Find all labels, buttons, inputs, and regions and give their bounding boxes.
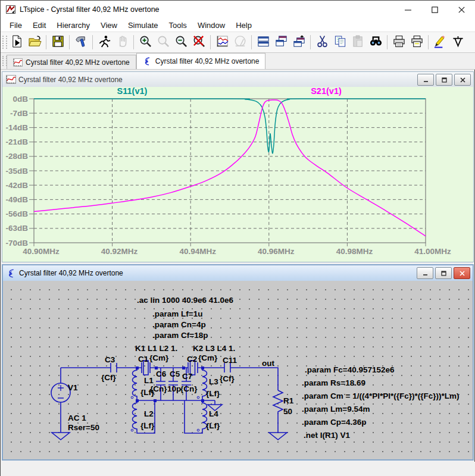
toolbar-separator <box>387 35 388 49</box>
label-net-button[interactable] <box>431 34 449 51</box>
print-button[interactable] <box>390 34 408 51</box>
print-preview-icon <box>410 35 424 51</box>
paste-icon <box>351 35 365 51</box>
menu-tools[interactable]: Tools <box>164 20 192 31</box>
toolbar-separator <box>92 35 93 49</box>
zoom-full-extents-button[interactable] <box>190 34 208 51</box>
waveform-tab-icon <box>13 58 23 67</box>
autorange-button <box>231 34 249 51</box>
schematic-canvas[interactable] <box>3 281 473 459</box>
tab-waveform[interactable]: Cyrstal filter 40,92 MHz overtone <box>7 55 136 69</box>
plot-maximize-button[interactable] <box>436 74 452 86</box>
zoom-back-button <box>154 34 172 51</box>
ground-icon <box>451 35 465 51</box>
zoom-out-button[interactable] <box>172 34 190 51</box>
plot-close-button[interactable] <box>454 74 471 86</box>
label-net-icon <box>433 35 447 51</box>
tab-waveform-label: Cyrstal filter 40,92 MHz overtone <box>26 58 130 67</box>
toolbar-separator <box>210 35 211 49</box>
cut-button[interactable] <box>313 34 331 51</box>
zoom-full-extents-icon <box>192 35 206 51</box>
cascade-windows-button[interactable] <box>272 34 290 51</box>
schematic-close-button[interactable] <box>454 267 470 279</box>
tile-windows-button[interactable] <box>254 34 272 51</box>
open-file-icon <box>28 35 42 51</box>
mdi-background <box>1 462 475 476</box>
menu-edit[interactable]: Edit <box>27 20 51 31</box>
schematic-window-icon <box>7 269 17 278</box>
schematic-maximize-button[interactable] <box>435 267 452 279</box>
menu-simulate[interactable]: Simulate <box>123 20 164 31</box>
zoom-out-icon <box>174 35 188 51</box>
new-schematic-icon <box>10 35 24 51</box>
plot-minimize-button[interactable] <box>417 74 434 86</box>
toolbar <box>1 32 475 53</box>
find-icon <box>369 35 383 51</box>
copy-button[interactable] <box>331 34 349 51</box>
toolbar-separator <box>428 35 429 49</box>
save-button[interactable] <box>49 34 67 51</box>
ltspice-main-window: LTspice - Cyrstal filter 40,92 MHz overt… <box>0 0 475 476</box>
close-button[interactable] <box>448 1 475 18</box>
print-icon <box>392 35 406 51</box>
menu-help[interactable]: Help <box>230 20 257 31</box>
close-icon <box>458 7 465 13</box>
menu-view[interactable]: View <box>95 20 123 31</box>
schematic-window: Cyrstal filter 40,92 MHz overtone <box>2 264 474 461</box>
schematic-close-icon <box>460 271 465 276</box>
toolbar-separator <box>133 35 134 49</box>
minimize-icon <box>405 7 411 13</box>
plot-maximize-icon <box>442 77 447 83</box>
schematic-minimize-button[interactable] <box>417 267 433 279</box>
menu-file[interactable]: File <box>4 20 27 31</box>
schematic-minimize-icon <box>423 271 428 276</box>
ground-button[interactable] <box>449 34 467 51</box>
schematic-maximize-icon <box>441 271 446 276</box>
zoom-in-icon <box>139 35 152 51</box>
waveform-window: Cyrstal filter 40,92 MHz overtone <box>2 71 474 262</box>
autorange-icon <box>233 35 247 51</box>
tile-windows-icon <box>257 35 270 51</box>
plot-minimize-icon <box>423 77 429 83</box>
run-icon <box>98 35 111 51</box>
menu-window[interactable]: Window <box>192 20 230 31</box>
schematic-tab-icon <box>143 57 152 65</box>
toolbar-separator <box>310 35 311 49</box>
print-preview-button[interactable] <box>408 34 426 51</box>
tab-schematic-label: Cyrstal filter 40,92 MHz overtone <box>155 57 260 65</box>
maximize-icon <box>432 7 438 13</box>
toolbar-separator <box>46 35 46 49</box>
tab-schematic[interactable]: Cyrstal filter 40,92 MHz overtone <box>136 53 266 69</box>
menu-hierarchy[interactable]: Hierarchy <box>51 20 95 31</box>
maximize-button[interactable] <box>421 1 448 18</box>
toolbar-separator <box>251 35 252 49</box>
new-schematic-button[interactable] <box>8 34 26 51</box>
arrange-windows-button[interactable] <box>290 34 308 51</box>
ltspice-app-icon <box>6 5 16 15</box>
waveform-titlebar[interactable]: Cyrstal filter 40,92 MHz overtone <box>2 72 473 87</box>
control-panel-button[interactable] <box>72 34 90 51</box>
zoom-back-icon <box>157 35 170 51</box>
plot-settings-button[interactable] <box>213 34 231 51</box>
window-title: LTspice - Cyrstal filter 40,92 MHz overt… <box>20 5 160 14</box>
save-icon <box>51 35 65 51</box>
run-button[interactable] <box>95 34 113 51</box>
waveform-plot-area[interactable] <box>2 87 473 262</box>
menu-bar: FileEditHierarchyViewSimulateToolsWindow… <box>1 18 475 32</box>
halt-icon <box>115 35 129 51</box>
control-panel-icon <box>74 35 88 51</box>
schematic-titlebar[interactable]: Cyrstal filter 40,92 MHz overtone <box>3 265 473 281</box>
waveform-window-icon <box>6 75 16 84</box>
zoom-in-button[interactable] <box>136 34 154 51</box>
arrange-windows-icon <box>292 35 306 51</box>
cascade-windows-icon <box>274 35 288 51</box>
find-button[interactable] <box>367 34 385 51</box>
plot-settings-icon <box>215 35 229 51</box>
plot-close-icon <box>460 77 465 83</box>
schematic-window-title: Cyrstal filter 40,92 MHz overtone <box>19 269 123 277</box>
waveform-window-title: Cyrstal filter 40,92 MHz overtone <box>18 76 123 84</box>
minimize-button[interactable] <box>395 1 421 18</box>
open-file-button[interactable] <box>26 34 43 51</box>
toolbar-separator <box>69 35 70 49</box>
paste-button <box>349 34 367 51</box>
